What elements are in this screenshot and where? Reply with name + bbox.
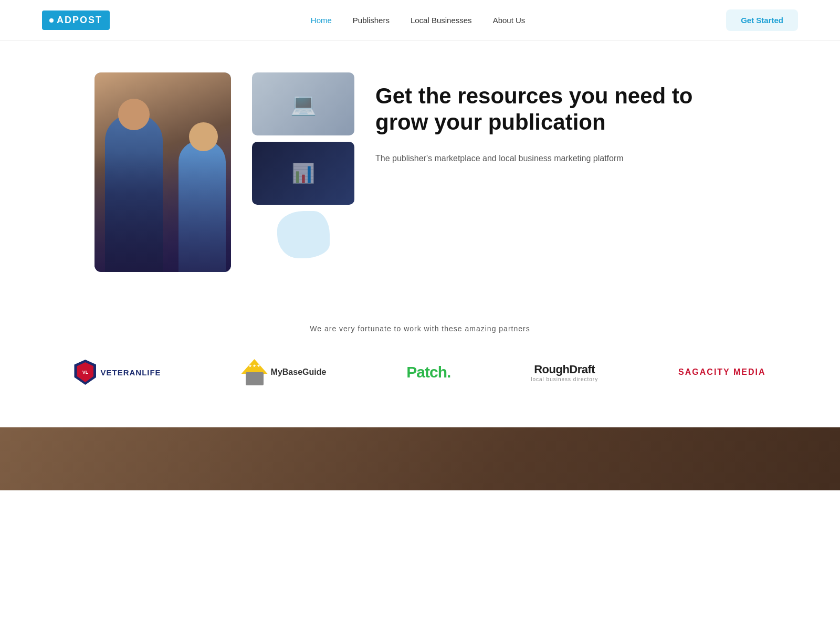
mybaseguide-icon [242, 359, 268, 385]
logo-dot-icon [49, 18, 54, 23]
get-started-button[interactable]: Get Started [726, 9, 798, 31]
partners-tagline: We are very fortunate to work with these… [42, 324, 798, 333]
nav-links: Home Publishers Local Businesses About U… [311, 16, 526, 25]
partners-section: We are very fortunate to work with these… [0, 293, 840, 427]
nav-link-home[interactable]: Home [311, 16, 332, 25]
nav-item-about-us[interactable]: About Us [493, 16, 526, 25]
bottom-image-strip [0, 427, 840, 490]
mbg-stars [242, 364, 268, 368]
partner-mybaseguide: MyBaseGuide [242, 359, 327, 385]
mbg-star-2 [253, 364, 256, 368]
partner-sagacity: SAGACITY MEDIA [678, 368, 765, 377]
hero-laptop-dark-image [252, 142, 354, 205]
mbg-star-1 [249, 364, 252, 368]
hero-laptop-top-image [252, 72, 354, 135]
person2-head [189, 122, 218, 151]
veteranlife-label: VETERANLIFE [100, 368, 161, 377]
partner-veteranlife: VL VETERANLIFE [74, 360, 161, 385]
partner-patch: Patch. [406, 363, 450, 381]
nav-link-about-us[interactable]: About Us [493, 16, 526, 25]
mbg-base-shape [246, 372, 264, 385]
mbg-roof-shape [242, 359, 268, 374]
navbar: ADPOST Home Publishers Local Businesses … [0, 0, 840, 41]
hero-subtext: The publisher's marketplace and local bu… [375, 152, 746, 165]
partners-logos: VL VETERANLIFE MyBaseGuide [42, 359, 798, 385]
nav-link-local-businesses[interactable]: Local Businesses [411, 16, 472, 25]
hero-main-image [94, 72, 231, 272]
person1-head [118, 99, 150, 130]
nav-link-publishers[interactable]: Publishers [353, 16, 390, 25]
veteran-initials: VL [82, 370, 89, 375]
hero-text-block: Get the resources you need to grow your … [375, 72, 746, 165]
hero-people-image [94, 72, 231, 272]
partner-roughdraft: RoughDraft local business directory [531, 363, 598, 382]
hero-section: Get the resources you need to grow your … [52, 41, 788, 293]
hero-blob-shape [277, 211, 330, 258]
veteran-shield-icon: VL [74, 360, 96, 385]
veteran-shield-inner: VL [77, 362, 93, 382]
mybaseguide-label: MyBaseGuide [271, 368, 327, 377]
patch-logo-text: Patch. [406, 363, 450, 381]
person1-body [105, 114, 163, 272]
hero-heading: Get the resources you need to grow your … [375, 83, 746, 136]
person2-body [178, 141, 226, 272]
roughdraft-name-text: RoughDraft [531, 363, 598, 376]
logo[interactable]: ADPOST [42, 10, 110, 30]
nav-item-publishers[interactable]: Publishers [353, 16, 390, 25]
nav-item-local-businesses[interactable]: Local Businesses [411, 16, 472, 25]
hero-side-images [252, 72, 354, 258]
roughdraft-subtitle: local business directory [531, 376, 598, 382]
mbg-star-3 [257, 364, 260, 368]
patch-text: Patch. [406, 363, 450, 381]
logo-text: ADPOST [42, 10, 110, 30]
nav-item-home[interactable]: Home [311, 16, 332, 25]
